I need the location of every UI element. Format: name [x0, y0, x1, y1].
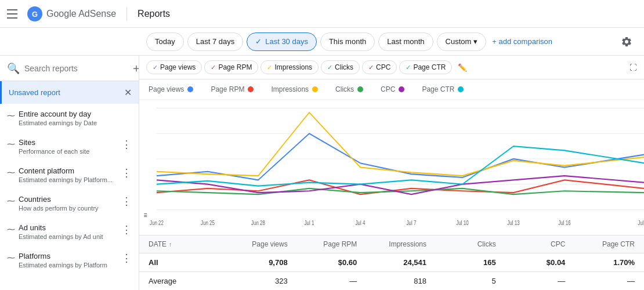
edit-metrics-button[interactable]: ✏️ — [458, 63, 467, 72]
col-header-clicks[interactable]: Clicks — [426, 240, 496, 248]
legend-dot-page-ctr — [458, 86, 464, 92]
sidebar: 🔍 ＋ Unsaved report ✕ ⁓ Entire account by… — [0, 56, 139, 290]
item-menu-ad-units[interactable]: ⋮ — [121, 223, 132, 236]
metric-filter-row: ✓ Page views ✓ Page RPM ✓ Impressions ✓ … — [139, 56, 644, 79]
legend-label-page-ctr: Page CTR — [422, 85, 454, 93]
sidebar-item-content-platform[interactable]: ⁓ Content platform Estimated earnings by… — [0, 161, 139, 189]
legend-dot-page-views — [187, 86, 193, 92]
item-icon-ad-units: ⁓ — [7, 224, 15, 234]
row-avg-date: Average — [149, 277, 218, 285]
add-report-button[interactable]: ＋ — [131, 60, 139, 76]
svg-text:Jun 22: Jun 22 — [150, 219, 164, 226]
col-header-cpc[interactable]: CPC — [496, 240, 566, 248]
item-icon-content-platform: ⁓ — [7, 168, 15, 177]
item-title-countries: Countries — [19, 195, 121, 204]
unsaved-report-item[interactable]: Unsaved report ✕ — [0, 81, 139, 104]
logo: G Google AdSense — [27, 6, 116, 22]
sidebar-item-ad-units[interactable]: ⁓ Ad units Estimated earnings by Ad unit… — [0, 217, 139, 246]
svg-text:Jul 4: Jul 4 — [356, 219, 366, 226]
col-header-page-rpm[interactable]: Page RPM — [288, 240, 357, 248]
item-desc-entire-account: Estimated earnings by Date — [19, 119, 132, 126]
settings-icon — [621, 36, 632, 48]
item-icon-sites: ⁓ — [7, 139, 15, 148]
item-title-entire-account: Entire account by day — [19, 110, 132, 118]
content-area: ✓ Page views ✓ Page RPM ✓ Impressions ✓ … — [139, 56, 644, 290]
sidebar-item-platforms[interactable]: ⁓ Platforms Estimated earnings by Platfo… — [0, 246, 139, 274]
item-menu-content-platform[interactable]: ⋮ — [121, 166, 132, 179]
svg-text:Jun 25: Jun 25 — [201, 219, 215, 226]
svg-text:Jul 13: Jul 13 — [507, 219, 520, 226]
filter-today[interactable]: Today — [146, 32, 184, 51]
legend-label-page-rpm: Page RPM — [211, 85, 244, 93]
filter-last30[interactable]: ✓ Last 30 days — [247, 32, 317, 51]
svg-text:Jul 7: Jul 7 — [407, 219, 417, 226]
sidebar-item-countries[interactable]: ⁓ Countries How ads perform by country ⋮ — [0, 189, 139, 217]
metric-chip-clicks[interactable]: ✓ Clicks — [321, 60, 360, 74]
legend-row: Page views Page RPM Impressions Clicks C… — [139, 79, 644, 100]
data-table: DATE ↑ Page views Page RPM Impressions C… — [139, 235, 644, 290]
item-desc-countries: How ads perform by country — [19, 205, 121, 212]
table-header: DATE ↑ Page views Page RPM Impressions C… — [139, 235, 644, 253]
item-desc-platforms: Estimated earnings by Platform — [19, 262, 121, 269]
filter-this-month[interactable]: This month — [320, 32, 375, 51]
filter-last7[interactable]: Last 7 days — [187, 32, 244, 51]
metric-chip-impressions[interactable]: ✓ Impressions — [261, 60, 319, 74]
svg-text:Jul 1: Jul 1 — [305, 219, 314, 226]
expand-chart-button[interactable]: ⛶ — [629, 63, 637, 72]
item-menu-platforms[interactable]: ⋮ — [121, 252, 132, 264]
svg-text:Jun 28: Jun 28 — [251, 219, 265, 226]
menu-button[interactable] — [7, 7, 21, 21]
table-row-average: Average 323 — 818 5 — — — [139, 272, 644, 290]
item-title-ad-units: Ad units — [19, 223, 121, 232]
metric-chip-cpc[interactable]: ✓ CPC — [362, 60, 397, 74]
legend-label-impressions: Impressions — [271, 85, 309, 93]
legend-impressions: Impressions — [271, 85, 318, 93]
row-all-page-ctr: 1.70% — [565, 258, 635, 267]
search-input[interactable] — [24, 64, 126, 73]
row-all-cpc: $0.04 — [496, 258, 566, 267]
col-header-date[interactable]: DATE ↑ — [149, 240, 218, 248]
item-menu-sites[interactable]: ⋮ — [121, 138, 132, 151]
metric-chip-page-rpm[interactable]: ✓ Page RPM — [204, 60, 258, 74]
top-bar: G Google AdSense Reports — [0, 0, 644, 28]
legend-page-rpm: Page RPM — [211, 85, 254, 93]
legend-clicks: Clicks — [335, 85, 363, 93]
row-avg-impressions: 818 — [357, 277, 426, 285]
svg-text:Jul 19: Jul 19 — [638, 219, 644, 226]
item-title-sites: Sites — [19, 138, 121, 147]
legend-dot-clicks — [357, 86, 363, 92]
settings-button[interactable] — [616, 31, 637, 52]
metric-chip-page-ctr[interactable]: ✓ Page CTR — [399, 60, 452, 74]
table-row-all: All 9,708 $0.60 24,541 165 $0.04 1.70% — [139, 253, 644, 272]
search-icon: 🔍 — [7, 62, 20, 75]
row-all-page-views: 9,708 — [218, 258, 288, 267]
logo-text: Google AdSense — [46, 9, 116, 19]
close-unsaved-button[interactable]: ✕ — [124, 87, 132, 98]
col-header-page-views[interactable]: Page views — [218, 240, 288, 248]
sidebar-search-bar: 🔍 ＋ — [0, 56, 139, 81]
filter-custom[interactable]: Custom ▾ — [437, 32, 487, 51]
svg-text:G: G — [32, 10, 38, 19]
filter-last-month[interactable]: Last month — [378, 32, 433, 51]
col-header-impressions[interactable]: Impressions — [357, 240, 426, 248]
sidebar-item-sites[interactable]: ⁓ Sites Performance of each site ⋮ — [0, 132, 139, 161]
legend-dot-page-rpm — [248, 86, 254, 92]
item-icon-countries: ⁓ — [7, 196, 15, 205]
add-comparison-button[interactable]: + add comparison — [492, 37, 552, 46]
sidebar-item-entire-account[interactable]: ⁓ Entire account by day Estimated earnin… — [0, 104, 139, 132]
item-icon-platforms: ⁓ — [7, 253, 15, 262]
legend-label-page-views: Page views — [149, 85, 184, 93]
sort-date-arrow: ↑ — [169, 241, 172, 248]
item-menu-countries[interactable]: ⋮ — [121, 195, 132, 208]
col-header-page-ctr[interactable]: Page CTR — [565, 240, 635, 248]
chart-container: Jun 22 Jun 25 Jun 28 Jul 1 Jul 4 Jul 7 J… — [139, 100, 644, 235]
legend-page-ctr: Page CTR — [422, 85, 464, 93]
legend-label-clicks: Clicks — [335, 85, 354, 93]
unsaved-report-label: Unsaved report — [9, 88, 124, 97]
divider — [126, 7, 127, 21]
item-title-platforms: Platforms — [19, 252, 121, 260]
legend-label-cpc: CPC — [381, 85, 395, 93]
item-title-content-platform: Content platform — [19, 166, 121, 175]
metric-chip-page-views[interactable]: ✓ Page views — [146, 60, 202, 74]
item-desc-sites: Performance of each site — [19, 148, 121, 155]
